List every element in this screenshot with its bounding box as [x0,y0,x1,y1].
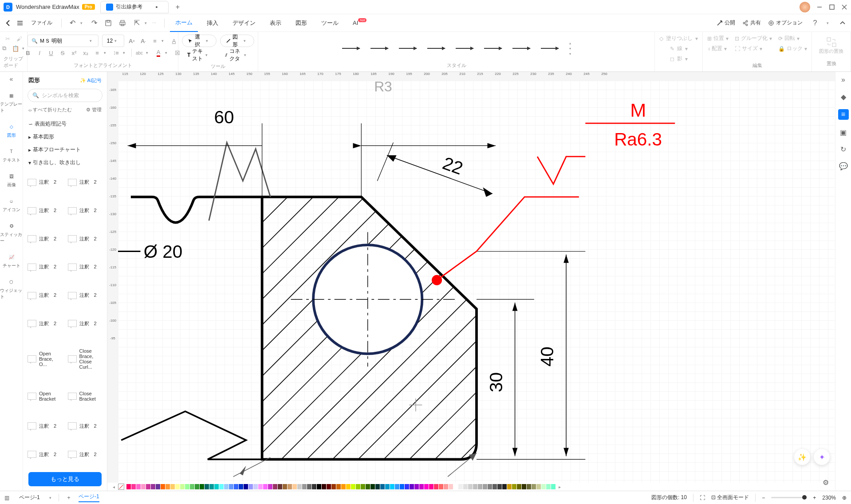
share-button[interactable]: 共有 [742,19,761,27]
shape-item[interactable]: 注釈 2 [27,169,63,196]
copy-icon[interactable]: ⧉ [0,44,8,52]
nav-templates[interactable]: ▦テンプレート [0,91,23,114]
color-swatch[interactable] [410,484,414,489]
zoom-reset-icon[interactable]: ⊕ [842,495,847,501]
color-swatch[interactable] [405,484,409,489]
color-swatch[interactable] [165,484,170,489]
color-swatch[interactable] [483,484,487,489]
color-swatch[interactable] [268,484,272,489]
history-icon[interactable]: ↻ [839,145,848,154]
color-swatch[interactable] [131,484,136,489]
redo-icon[interactable]: ↷ [90,19,98,27]
color-swatch[interactable] [248,484,253,489]
color-swatch[interactable] [180,484,185,489]
color-palette[interactable]: ◂ ▸ ⚙ [107,483,835,491]
align-icon[interactable]: ≡ [93,49,101,57]
zoom-slider[interactable] [771,497,807,498]
shape-item[interactable]: Close Bracket [67,381,104,411]
pages-icon[interactable]: ▥ [4,495,9,501]
color-swatch[interactable] [488,484,492,489]
no-color-icon[interactable] [118,484,124,490]
settings-icon[interactable]: ⚙ [823,478,833,489]
color-swatch[interactable] [331,484,336,489]
color-swatch[interactable] [312,484,316,489]
shape-item[interactable]: 注釈 2 [67,169,104,196]
shape-item[interactable]: 注釈 2 [67,282,104,309]
shape-item[interactable]: 注釈 2 [67,197,104,224]
text-tool[interactable]: Tテキスト▾ [182,49,216,61]
color-swatch[interactable] [234,484,238,489]
color-swatch[interactable] [161,484,165,489]
nav-text[interactable]: Tテキスト [3,146,20,163]
color-swatch[interactable] [400,484,404,489]
color-swatch[interactable] [219,484,224,489]
see-more-button[interactable]: もっと見る [28,472,102,486]
more-icon[interactable]: ⋯ [152,21,156,25]
color-swatch[interactable] [512,484,516,489]
nav-stickers[interactable]: ✪スティッカー [0,221,23,244]
color-swatch[interactable] [190,484,194,489]
shape-item[interactable]: 注釈 2 [27,441,63,468]
export-icon[interactable]: ⇱ [133,19,141,27]
color-swatch[interactable] [244,484,248,489]
color-swatch[interactable] [322,484,326,489]
tab-shapes[interactable]: 図形 [290,15,312,32]
color-swatch[interactable] [205,484,209,489]
category-callouts[interactable]: ▾ 引き出し、吹き出し [23,156,107,169]
color-swatch[interactable] [541,484,546,489]
color-swatch[interactable] [434,484,438,489]
superscript-icon[interactable]: x² [70,49,78,57]
tab-home[interactable]: ホーム [170,14,198,32]
color-swatch[interactable] [327,484,331,489]
color-swatch[interactable] [356,484,360,489]
color-swatch[interactable] [156,484,160,489]
shape-item[interactable]: 注釈 2 [67,310,104,337]
strike-icon[interactable]: S [59,49,67,57]
color-swatch[interactable] [375,484,380,489]
text-abc-icon[interactable]: abc [135,49,143,57]
select-tool[interactable]: 選択▾ [182,35,217,47]
color-swatch[interactable] [419,484,424,489]
color-swatch[interactable] [273,484,277,489]
color-swatch[interactable] [532,484,536,489]
color-swatch[interactable] [439,484,443,489]
color-swatch[interactable] [458,484,463,489]
color-swatch[interactable] [351,484,355,489]
ai-sparkle-button[interactable]: ✦ [814,449,830,465]
color-swatch[interactable] [336,484,341,489]
color-swatch[interactable] [453,484,458,489]
shape-item[interactable]: 注釈 2 [27,413,63,440]
collapse-ribbon-icon[interactable] [839,19,847,27]
color-swatch[interactable] [341,484,346,489]
increase-font-icon[interactable]: A+ [128,37,136,45]
color-swatch[interactable] [302,484,307,489]
color-swatch[interactable] [414,484,419,489]
category-basic-shapes[interactable]: ▸ 基本図形 [23,130,107,143]
color-swatch[interactable] [395,484,399,489]
color-swatch[interactable] [195,484,199,489]
line-height-icon[interactable]: ≡ [151,37,159,45]
color-swatch[interactable] [253,484,258,489]
shape-tool[interactable]: 図形▾ [220,35,255,47]
minimize-icon[interactable] [816,4,823,10]
color-swatch[interactable] [551,484,556,489]
font-family-select[interactable]: 🔍ＭＳ 明朝▾ [28,35,98,47]
color-swatch[interactable] [380,484,385,489]
symbol-search-input[interactable]: 🔍 シンボルを検索 [28,89,102,102]
tab-insert[interactable]: 挿入 [201,15,224,32]
color-swatch[interactable] [385,484,390,489]
collapse-left-icon[interactable]: « [10,75,13,83]
add-page-button[interactable]: + [64,495,73,501]
color-swatch[interactable] [258,484,263,489]
shape-item[interactable]: Open Bracket [27,381,63,411]
clear-format-icon[interactable]: A [170,37,178,45]
color-swatch[interactable] [390,484,394,489]
eyedropper-icon[interactable]: ◆ [839,92,848,101]
color-swatch[interactable] [136,484,141,489]
color-swatch[interactable] [346,484,351,489]
options-button[interactable]: オプション [768,19,803,27]
zoom-in-icon[interactable]: + [813,495,816,501]
category-basic-flow[interactable]: ▸ 基本フローチャート [23,143,107,156]
color-swatch[interactable] [497,484,502,489]
tab-design[interactable]: デザイン [227,15,261,32]
